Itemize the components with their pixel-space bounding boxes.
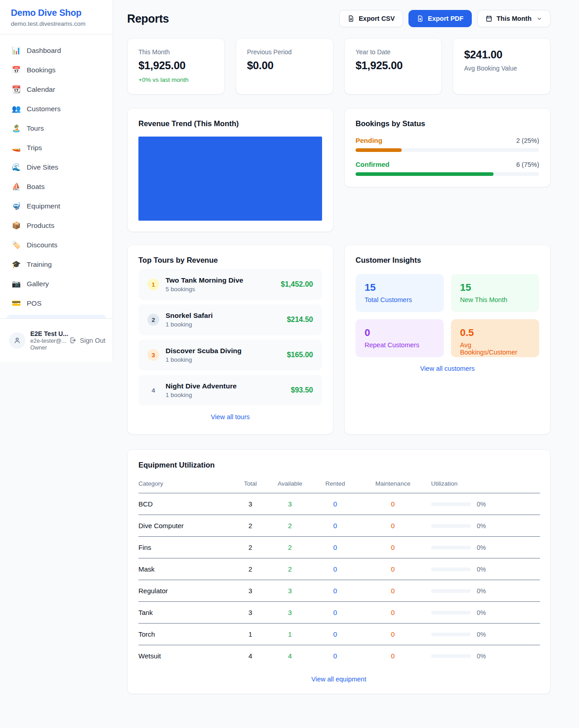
tour-bookings: 1 booking (166, 356, 242, 363)
sidebar-item-label: POS (27, 299, 42, 307)
bookings-icon: 📅 (12, 66, 21, 74)
stat-value: $241.00 (464, 48, 539, 61)
sidebar-item-products[interactable]: 📦 Products (5, 217, 107, 234)
view-all-customers-link[interactable]: View all customers (356, 365, 539, 372)
view-all-equipment-link[interactable]: View all equipment (138, 676, 539, 683)
sidebar-item-label: Dive Sites (27, 163, 58, 171)
insight-label: Total Customers (365, 296, 435, 303)
sidebar-item-training[interactable]: 🎓 Training (5, 256, 107, 273)
table-row: Mask 2 2 0 0 0% (138, 558, 540, 580)
gallery-icon: 📷 (12, 280, 21, 288)
view-all-tours-link[interactable]: View all tours (138, 413, 322, 421)
column-header: Available (267, 476, 313, 493)
user-name: E2E Test U... (30, 330, 64, 337)
tour-row: 1 Two Tank Morning Dive 5 bookings $1,45… (138, 269, 322, 300)
insight-new-this-month: 15 New This Month (451, 274, 539, 312)
sidebar-item-discounts[interactable]: 🏷️ Discounts (5, 237, 107, 253)
sidebar-item-label: Trips (27, 144, 42, 152)
sidebar-item-label: Equipment (27, 202, 60, 210)
sign-out-button[interactable]: Sign Out (69, 336, 105, 344)
tour-revenue: $1,452.00 (281, 280, 313, 288)
tour-bookings: 5 bookings (166, 286, 243, 293)
table-row: Tank 3 3 0 0 0% (138, 602, 540, 624)
sidebar-item-dive-sites[interactable]: 🌊 Dive Sites (5, 159, 107, 175)
rank-badge: 3 (147, 349, 159, 361)
utilization-bar (431, 502, 471, 506)
sidebar-item-label: Products (27, 222, 54, 230)
rank-badge: 4 (147, 384, 159, 396)
user-role: Owner (30, 345, 64, 351)
file-download-icon (347, 15, 355, 22)
insight-total-customers: 15 Total Customers (356, 274, 444, 312)
status-label: Pending (356, 137, 382, 144)
products-icon: 📦 (12, 222, 21, 229)
export-pdf-button[interactable]: Export PDF (408, 10, 472, 27)
stat-value: $1,925.00 (138, 59, 214, 72)
tour-revenue: $214.50 (287, 316, 313, 324)
sidebar-item-dashboard[interactable]: 📊 Dashboard (5, 43, 107, 59)
stat-value: $0.00 (247, 59, 322, 72)
insight-value: 0 (365, 327, 435, 339)
tour-name: Snorkel Safari (166, 312, 213, 320)
rank-badge: 1 (147, 279, 159, 290)
user-email: e2e-tester@... (30, 338, 64, 344)
table-header-row: Category Total Available Rented Maintena… (138, 476, 540, 493)
sidebar-item-active-partial[interactable] (6, 315, 106, 318)
insight-repeat-customers: 0 Repeat Customers (356, 319, 444, 357)
insight-value: 0.5 (460, 327, 530, 339)
tour-revenue: $165.00 (287, 351, 313, 359)
sidebar-item-label: Tours (27, 124, 44, 132)
column-header: Maintenance (358, 476, 428, 493)
stat-label: Avg Booking Value (464, 65, 539, 72)
stat-label: Year to Date (356, 48, 431, 56)
dive-sites-icon: 🌊 (12, 164, 21, 171)
stat-card-this-month: This Month $1,925.00 +0% vs last month (127, 38, 225, 95)
tour-bookings: 1 booking (166, 392, 237, 398)
sidebar-item-pos[interactable]: 💳 POS (5, 295, 107, 312)
utilization-bar (431, 633, 471, 636)
sidebar-item-label: Calendar (27, 85, 55, 94)
card-title: Bookings by Status (356, 119, 539, 128)
utilization-bar (431, 654, 471, 658)
insight-label: Repeat Customers (365, 341, 435, 349)
insight-label: New This Month (460, 296, 530, 303)
status-label: Confirmed (356, 161, 389, 168)
table-row: Fins 2 2 0 0 0% (138, 537, 540, 558)
insight-value: 15 (365, 282, 435, 293)
sidebar-item-tours[interactable]: 🏝️ Tours (5, 120, 107, 137)
calendar-icon: 📆 (12, 86, 21, 93)
sidebar-item-bookings[interactable]: 📅 Bookings (5, 62, 107, 78)
export-csv-button[interactable]: Export CSV (339, 10, 403, 27)
training-icon: 🎓 (12, 261, 21, 268)
sidebar-item-label: Boats (27, 183, 45, 191)
brand: Demo Dive Shop demo.test.divestreams.com (0, 0, 113, 34)
sidebar-item-trips[interactable]: 🚤 Trips (5, 140, 107, 156)
column-header: Utilization (428, 476, 540, 493)
sidebar-item-customers[interactable]: 👥 Customers (5, 101, 107, 117)
sidebar-item-gallery[interactable]: 📷 Gallery (5, 276, 107, 292)
customer-insights-card: Customer Insights 15 Total Customers 15 … (344, 245, 551, 435)
utilization-bar (431, 567, 471, 571)
discounts-icon: 🏷️ (12, 241, 21, 249)
chevron-down-icon (536, 16, 542, 22)
column-header: Category (138, 476, 233, 493)
tour-name: Night Dive Adventure (166, 382, 237, 390)
utilization-bar (431, 546, 471, 549)
stat-value: $1,925.00 (356, 59, 431, 72)
sidebar-item-label: Dashboard (27, 47, 61, 55)
sidebar-item-boats[interactable]: ⛵ Boats (5, 179, 107, 195)
stat-card-year-to-date: Year to Date $1,925.00 (344, 38, 442, 95)
sidebar-item-label: Gallery (27, 280, 49, 288)
sidebar-item-calendar[interactable]: 📆 Calendar (5, 81, 107, 98)
main-content: Reports Export CSV Export PDF This Month (113, 0, 579, 694)
equipment-icon: 🤿 (12, 203, 21, 210)
sidebar-item-equipment[interactable]: 🤿 Equipment (5, 198, 107, 214)
pos-icon: 💳 (12, 300, 21, 307)
sidebar-item-label: Customers (27, 105, 61, 113)
period-dropdown[interactable]: This Month (477, 10, 551, 27)
card-title: Customer Insights (356, 256, 539, 265)
insight-label: Avg Bookings/Customer (460, 341, 530, 356)
user-box: E2E Test U... e2e-tester@... Owner Sign … (0, 318, 113, 362)
card-title: Top Tours by Revenue (138, 256, 322, 265)
sidebar: Demo Dive Shop demo.test.divestreams.com… (0, 0, 113, 362)
